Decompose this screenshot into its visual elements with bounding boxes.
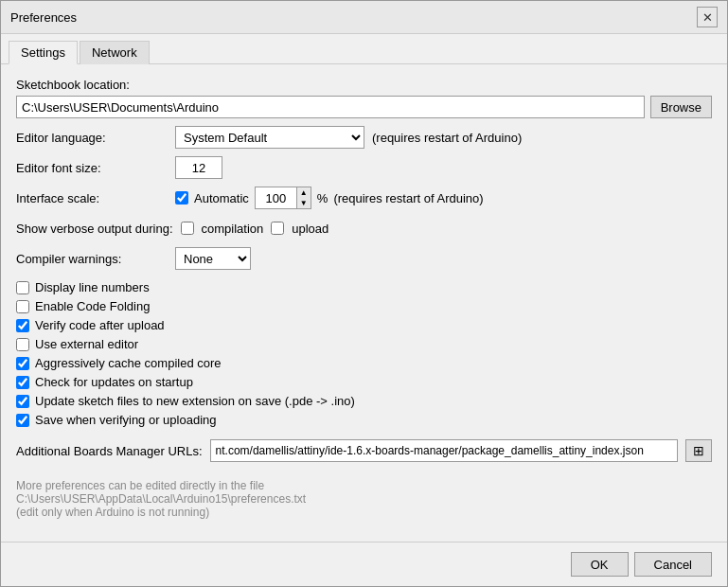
boards-manager-input[interactable] bbox=[210, 439, 678, 462]
ok-button[interactable]: OK bbox=[571, 552, 629, 577]
verbose-controls: compilation upload bbox=[181, 222, 329, 236]
use-external-editor-checkbox[interactable] bbox=[16, 338, 29, 351]
aggressively-cache-checkbox[interactable] bbox=[16, 357, 29, 370]
save-when-verifying-label[interactable]: Save when verifying or uploading bbox=[35, 413, 217, 427]
enable-code-folding-label[interactable]: Enable Code Folding bbox=[35, 299, 150, 313]
auto-scale-label[interactable]: Automatic bbox=[194, 191, 249, 205]
verify-code-label[interactable]: Verify code after upload bbox=[35, 318, 165, 332]
tab-bar: Settings Network bbox=[1, 34, 727, 64]
expand-icon: ⊞ bbox=[693, 443, 704, 458]
editor-language-row: Editor language: System Default English … bbox=[16, 126, 712, 149]
font-size-input[interactable] bbox=[175, 156, 222, 179]
verbose-compilation-label[interactable]: compilation bbox=[202, 222, 264, 236]
enable-code-folding-checkbox[interactable] bbox=[16, 300, 29, 313]
editor-language-select[interactable]: System Default English German French Spa… bbox=[175, 126, 364, 149]
scale-unit: % bbox=[317, 191, 328, 205]
save-when-verifying-checkbox[interactable] bbox=[16, 414, 29, 427]
use-external-editor-label[interactable]: Use external editor bbox=[35, 337, 138, 351]
checkbox-row-2: Verify code after upload bbox=[16, 317, 712, 333]
checkbox-row-5: Check for updates on startup bbox=[16, 374, 712, 390]
check-updates-label[interactable]: Check for updates on startup bbox=[35, 375, 193, 389]
editor-language-label: Editor language: bbox=[16, 131, 168, 145]
interface-scale-row: Interface scale: Automatic ▲ ▼ % (requir… bbox=[16, 187, 712, 209]
cancel-button[interactable]: Cancel bbox=[634, 552, 712, 577]
preferences-dialog: Preferences ✕ Settings Network Sketchboo… bbox=[0, 0, 728, 587]
compiler-warnings-row: Compiler warnings: None Default More All bbox=[16, 247, 712, 270]
check-updates-checkbox[interactable] bbox=[16, 376, 29, 389]
update-sketch-checkbox[interactable] bbox=[16, 395, 29, 408]
sketchbook-input[interactable] bbox=[16, 96, 645, 118]
title-bar: Preferences ✕ bbox=[1, 1, 727, 34]
interface-scale-label: Interface scale: bbox=[16, 191, 168, 205]
sketchbook-input-row: Browse bbox=[16, 96, 712, 118]
boards-manager-expand-button[interactable]: ⊞ bbox=[685, 439, 712, 462]
checkbox-row-0: Display line numbers bbox=[16, 279, 712, 295]
settings-content: Sketchbook location: Browse Editor langu… bbox=[1, 64, 727, 542]
dialog-title: Preferences bbox=[10, 10, 77, 25]
checkbox-row-6: Update sketch files to new extension on … bbox=[16, 393, 712, 409]
display-line-numbers-label[interactable]: Display line numbers bbox=[35, 280, 150, 294]
verbose-upload-checkbox[interactable] bbox=[271, 222, 284, 235]
verbose-compilation-checkbox[interactable] bbox=[181, 222, 194, 235]
sketchbook-label: Sketchbook location: bbox=[16, 78, 130, 92]
tab-network[interactable]: Network bbox=[80, 41, 150, 64]
interface-scale-controls: Automatic ▲ ▼ % (requires restart of Ard… bbox=[175, 187, 484, 209]
browse-button[interactable]: Browse bbox=[650, 96, 712, 118]
checkbox-row-4: Aggressively cache compiled core bbox=[16, 355, 712, 371]
editor-font-size-label: Editor font size: bbox=[16, 161, 168, 175]
tab-settings[interactable]: Settings bbox=[9, 41, 78, 64]
update-sketch-label[interactable]: Update sketch files to new extension on … bbox=[35, 394, 355, 408]
verify-code-checkbox[interactable] bbox=[16, 319, 29, 332]
close-button[interactable]: ✕ bbox=[697, 7, 718, 27]
editor-language-hint: (requires restart of Arduino) bbox=[372, 131, 522, 145]
aggressively-cache-label[interactable]: Aggressively cache compiled core bbox=[35, 356, 222, 370]
checkbox-section: Display line numbers Enable Code Folding… bbox=[16, 279, 712, 428]
display-line-numbers-checkbox[interactable] bbox=[16, 281, 29, 294]
verbose-output-row: Show verbose output during: compilation … bbox=[16, 217, 712, 240]
compiler-warnings-select[interactable]: None Default More All bbox=[175, 247, 251, 270]
scale-spinner: ▲ ▼ bbox=[297, 187, 311, 209]
spinner-down[interactable]: ▼ bbox=[297, 198, 311, 208]
boards-manager-row: Additional Boards Manager URLs: ⊞ bbox=[16, 439, 712, 462]
interface-scale-hint: (requires restart of Arduino) bbox=[333, 191, 483, 205]
verbose-upload-label[interactable]: upload bbox=[292, 222, 328, 236]
boards-manager-label: Additional Boards Manager URLs: bbox=[16, 444, 203, 458]
info-line-2: C:\Users\USER\AppData\Local\Arduino15\pr… bbox=[16, 492, 712, 506]
dialog-footer: OK Cancel bbox=[1, 542, 727, 586]
checkbox-row-1: Enable Code Folding bbox=[16, 298, 712, 314]
checkbox-row-7: Save when verifying or uploading bbox=[16, 412, 712, 428]
info-section: More preferences can be edited directly … bbox=[16, 475, 712, 519]
checkbox-row-3: Use external editor bbox=[16, 336, 712, 352]
scale-input-group: ▲ ▼ bbox=[255, 187, 311, 209]
verbose-output-label: Show verbose output during: bbox=[16, 222, 173, 236]
compiler-warnings-label: Compiler warnings: bbox=[16, 252, 168, 266]
sketchbook-location-section: Sketchbook location: Browse bbox=[16, 78, 712, 118]
info-line-1: More preferences can be edited directly … bbox=[16, 479, 712, 492]
spinner-up[interactable]: ▲ bbox=[297, 187, 311, 198]
auto-scale-checkbox[interactable] bbox=[175, 191, 188, 205]
scale-value-input[interactable] bbox=[255, 187, 297, 209]
editor-font-size-row: Editor font size: bbox=[16, 156, 712, 179]
info-line-3: (edit only when Arduino is not running) bbox=[16, 506, 712, 519]
